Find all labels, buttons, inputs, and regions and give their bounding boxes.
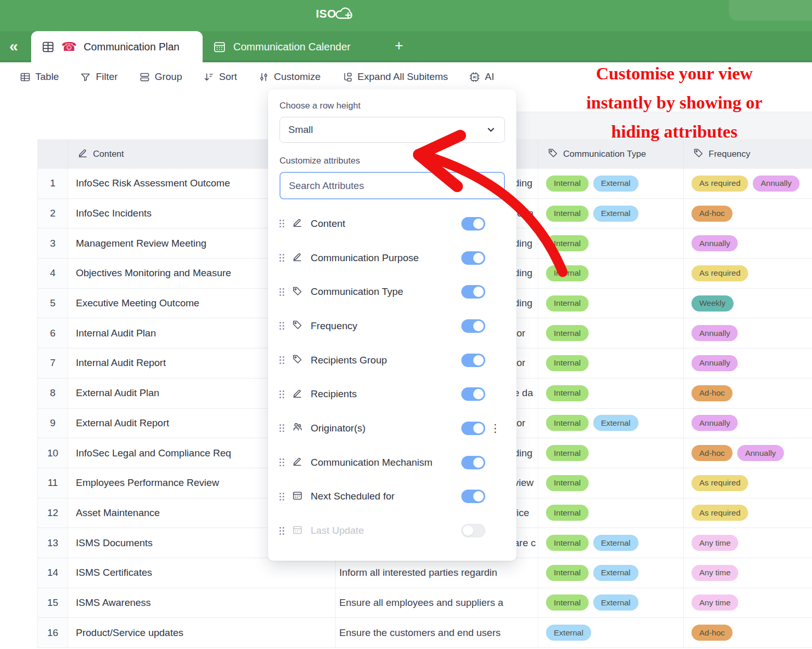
attribute-toggle[interactable] bbox=[461, 387, 485, 401]
attribute-toggle[interactable] bbox=[461, 217, 485, 231]
content-cell[interactable]: Product/Service updates bbox=[68, 618, 336, 647]
tag-annually: Annually bbox=[691, 235, 738, 251]
drag-handle-icon[interactable] bbox=[279, 356, 284, 364]
attribute-toggle[interactable] bbox=[461, 354, 485, 367]
communication-type-cell[interactable]: External bbox=[538, 618, 684, 647]
content-cell[interactable]: ISMS Certificates bbox=[68, 558, 336, 588]
purpose-cell[interactable]: Inform all interested parties regardin bbox=[336, 558, 538, 588]
communication-type-cell[interactable]: InternalExternal bbox=[538, 588, 684, 618]
frequency-cell[interactable]: Any time bbox=[684, 558, 812, 588]
column-header-label: Frequency bbox=[709, 149, 750, 159]
drag-handle-icon[interactable] bbox=[279, 288, 284, 296]
tag-annually: Annually bbox=[691, 325, 738, 341]
attribute-toggle[interactable] bbox=[461, 490, 485, 503]
row-number: 16 bbox=[38, 618, 68, 647]
communication-type-cell[interactable]: Internal bbox=[538, 498, 684, 528]
frequency-cell[interactable]: Annually bbox=[684, 228, 812, 258]
frequency-cell[interactable]: Ad-hoc bbox=[684, 199, 812, 228]
attribute-toggle[interactable] bbox=[461, 524, 485, 537]
people-icon bbox=[292, 422, 303, 435]
communication-type-cell[interactable]: Internal bbox=[538, 438, 684, 468]
row-height-select[interactable]: Small bbox=[279, 117, 505, 143]
annotation-line: Customise your view bbox=[560, 59, 789, 88]
attribute-list: ContentCommunication PurposeCommunicatio… bbox=[279, 207, 505, 548]
tag-internal: Internal bbox=[546, 175, 589, 192]
purpose-cell[interactable]: Ensure all employees and suppliers a bbox=[336, 588, 538, 618]
attribute-row-last-update: Last Update bbox=[279, 513, 505, 548]
frequency-cell[interactable]: As requiredAnnually bbox=[684, 169, 812, 198]
column-header-label: Content bbox=[93, 149, 124, 159]
communication-type-cell[interactable]: Internal bbox=[538, 259, 684, 288]
collapse-sidebar-button[interactable]: « bbox=[9, 37, 18, 55]
communication-type-cell[interactable]: InternalExternal bbox=[538, 199, 684, 228]
drag-handle-icon[interactable] bbox=[279, 527, 284, 535]
tag-any-time: Any time bbox=[691, 535, 738, 551]
tag-external: External bbox=[593, 535, 638, 551]
tag-external: External bbox=[546, 625, 591, 641]
frequency-cell[interactable]: Any time bbox=[684, 528, 812, 558]
attribute-row-communication-mechanism: Communication Mechanism bbox=[279, 445, 505, 480]
communication-type-cell[interactable]: Internal bbox=[538, 468, 684, 498]
attribute-row-communication-purpose: Communication Purpose bbox=[279, 241, 505, 275]
tag-external: External bbox=[593, 594, 638, 611]
frequency-cell[interactable]: Annually bbox=[684, 318, 812, 348]
frequency-cell[interactable]: Annually bbox=[684, 348, 812, 378]
toolbar-button-table[interactable]: Table bbox=[20, 71, 59, 83]
frequency-cell[interactable]: As required bbox=[684, 468, 812, 498]
svg-text:AI: AI bbox=[473, 75, 476, 79]
tab-communication-calender[interactable]: Communication Calender bbox=[208, 31, 356, 62]
toolbar-button-label: Expand All Subitems bbox=[357, 71, 448, 83]
frequency-cell[interactable]: Ad-hocAnnually bbox=[684, 438, 812, 468]
attribute-toggle[interactable] bbox=[461, 251, 485, 265]
communication-type-cell[interactable]: InternalExternal bbox=[538, 409, 684, 438]
frequency-cell[interactable]: Ad-hoc bbox=[684, 378, 812, 408]
purpose-cell[interactable]: Ensure the customers and end users bbox=[336, 618, 538, 647]
communication-type-cell[interactable]: Internal bbox=[538, 289, 684, 318]
attribute-toggle[interactable] bbox=[461, 285, 485, 299]
add-view-button[interactable]: + bbox=[389, 31, 409, 60]
frequency-cell[interactable]: Any time bbox=[684, 588, 812, 618]
attribute-toggle[interactable] bbox=[461, 456, 485, 469]
drag-handle-icon[interactable] bbox=[279, 390, 284, 398]
attribute-row-next-scheduled-for: Next Scheduled for bbox=[279, 480, 505, 514]
attribute-label: Next Scheduled for bbox=[311, 491, 454, 502]
communication-type-cell[interactable]: Internal bbox=[538, 378, 684, 408]
communication-type-cell[interactable]: InternalExternal bbox=[538, 528, 684, 558]
search-attributes-input[interactable] bbox=[279, 172, 505, 199]
tag-internal: Internal bbox=[546, 475, 589, 491]
tag-any-time: Any time bbox=[691, 594, 738, 611]
frequency-cell[interactable]: Weekly bbox=[684, 289, 812, 318]
communication-type-cell[interactable]: InternalExternal bbox=[538, 558, 684, 588]
row-number: 5 bbox=[38, 289, 68, 318]
communication-type-cell[interactable]: Internal bbox=[538, 228, 684, 258]
column-header-number bbox=[38, 139, 68, 169]
tag-as-required: As required bbox=[691, 265, 748, 281]
toolbar-button-expand-all-subitems[interactable]: Expand All Subitems bbox=[342, 71, 448, 83]
frequency-cell[interactable]: As required bbox=[684, 498, 812, 528]
drag-handle-icon[interactable] bbox=[279, 493, 284, 501]
toolbar-button-filter[interactable]: Filter bbox=[80, 71, 117, 83]
frequency-cell[interactable]: Ad-hoc bbox=[684, 618, 812, 647]
tag-annually: Annually bbox=[691, 415, 738, 431]
content-cell[interactable]: ISMS Awareness bbox=[68, 588, 336, 618]
frequency-cell[interactable]: As required bbox=[684, 259, 812, 288]
attribute-toggle[interactable] bbox=[461, 319, 485, 333]
attribute-toggle[interactable] bbox=[461, 422, 485, 435]
kebab-menu-icon[interactable]: ⋮ bbox=[490, 423, 501, 434]
toolbar-button-customize[interactable]: Customize bbox=[258, 71, 321, 83]
row-number: 14 bbox=[38, 558, 68, 588]
frequency-cell[interactable]: Annually bbox=[684, 409, 812, 438]
drag-handle-icon[interactable] bbox=[279, 322, 284, 330]
drag-handle-icon[interactable] bbox=[279, 458, 284, 466]
toolbar-button-ai[interactable]: AIAI bbox=[469, 71, 494, 83]
tab-communication-plan[interactable]: ☎ Communication Plan bbox=[31, 31, 203, 62]
drag-handle-icon[interactable] bbox=[279, 220, 284, 227]
toolbar-button-group[interactable]: Group bbox=[139, 71, 182, 83]
tag-internal: Internal bbox=[546, 325, 589, 341]
toolbar-button-sort[interactable]: Sort bbox=[203, 71, 237, 83]
drag-handle-icon[interactable] bbox=[279, 254, 284, 262]
communication-type-cell[interactable]: Internal bbox=[538, 348, 684, 378]
communication-type-cell[interactable]: InternalExternal bbox=[538, 169, 684, 198]
communication-type-cell[interactable]: Internal bbox=[538, 318, 684, 348]
drag-handle-icon[interactable] bbox=[279, 424, 284, 432]
